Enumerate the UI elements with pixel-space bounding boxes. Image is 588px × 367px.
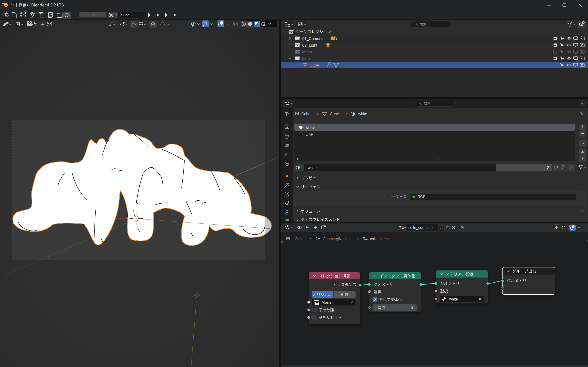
svg-text:0: 0 bbox=[92, 13, 94, 17]
svg-text:white: white bbox=[308, 166, 317, 170]
svg-text:2: 2 bbox=[547, 166, 549, 170]
svg-text:Cube: Cube bbox=[121, 13, 129, 17]
svg-text:02_Light: 02_Light bbox=[302, 43, 317, 48]
svg-text:colle_combine: colle_combine bbox=[408, 225, 432, 230]
svg-text:RGB: RGB bbox=[418, 195, 426, 199]
svg-text:0: 0 bbox=[411, 306, 413, 310]
svg-text:GeometryNodes: GeometryNodes bbox=[323, 237, 350, 241]
svg-text:colle_combine: colle_combine bbox=[370, 237, 393, 241]
svg-text:01_Camera: 01_Camera bbox=[302, 36, 323, 41]
svg-text:?: ? bbox=[50, 14, 52, 16]
svg-text:Mesh: Mesh bbox=[302, 50, 312, 54]
svg-text:Cube: Cube bbox=[330, 112, 339, 116]
svg-text:white: white bbox=[358, 112, 367, 116]
svg-text:Mesh: Mesh bbox=[321, 300, 331, 304]
svg-text:Line: Line bbox=[302, 56, 310, 61]
svg-text:Cube: Cube bbox=[310, 63, 319, 67]
svg-text:Cube: Cube bbox=[295, 237, 303, 241]
svg-text:Line: Line bbox=[305, 132, 313, 136]
svg-text:white: white bbox=[449, 297, 458, 301]
svg-text:white: white bbox=[305, 125, 315, 130]
svg-text:Cube: Cube bbox=[301, 112, 310, 116]
